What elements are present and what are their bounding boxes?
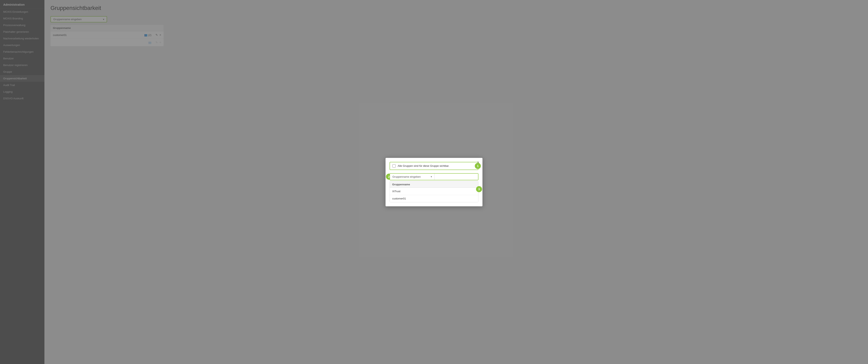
group-search-input[interactable] bbox=[435, 174, 478, 180]
dropdown-input-row: Gruppenname eingeben ▾ bbox=[390, 173, 478, 180]
step-badge-3: 3 bbox=[476, 186, 482, 192]
step-badge-1: 1 bbox=[475, 163, 481, 169]
modal-overlay[interactable]: × Alle Gruppen sind für diese Gruppe sic… bbox=[0, 0, 868, 364]
list-item-customer01[interactable]: customer01 bbox=[390, 195, 478, 202]
list-item-xitrust[interactable]: XiTrust bbox=[390, 188, 478, 195]
dropdown-list: Gruppenname XiTrust customer01 bbox=[390, 181, 478, 202]
group-dropdown-select[interactable]: Gruppenname eingeben ▾ bbox=[390, 174, 435, 180]
checkbox-row: Alle Gruppen sind für diese Gruppe sicht… bbox=[390, 162, 478, 170]
dropdown-chevron-icon: ▾ bbox=[431, 175, 432, 178]
group-dropdown-label: Gruppenname eingeben bbox=[393, 175, 421, 178]
dropdown-list-header: Gruppenname bbox=[390, 181, 478, 188]
checkbox-label[interactable]: Alle Gruppen sind für diese Gruppe sicht… bbox=[398, 164, 450, 167]
modal-dialog: × Alle Gruppen sind für diese Gruppe sic… bbox=[385, 158, 483, 206]
all-groups-checkbox[interactable] bbox=[393, 164, 396, 168]
